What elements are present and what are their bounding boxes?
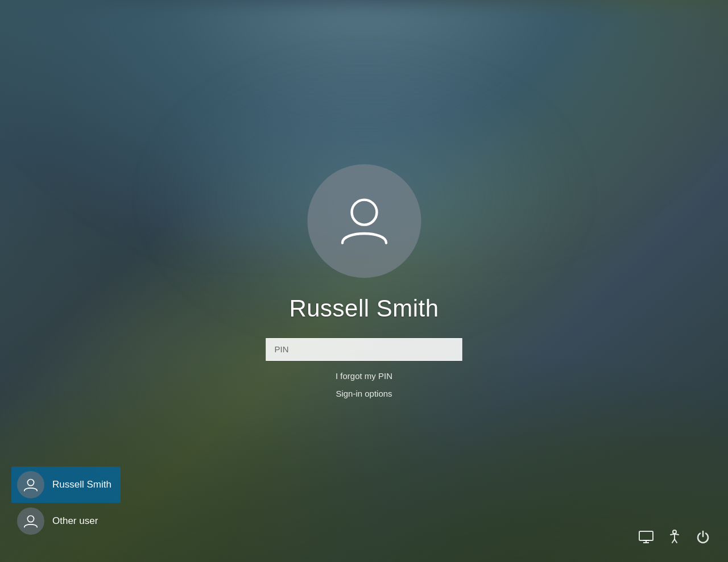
system-icons bbox=[638, 529, 711, 545]
user-list-icon-other bbox=[23, 513, 39, 529]
sign-in-options-link[interactable]: Sign-in options bbox=[336, 389, 392, 398]
user-list-icon-russell bbox=[23, 477, 39, 493]
pin-input-wrapper bbox=[266, 338, 462, 361]
user-avatar-icon bbox=[333, 190, 395, 252]
forgot-pin-link[interactable]: I forgot my PIN bbox=[336, 371, 392, 381]
svg-point-2 bbox=[27, 515, 34, 522]
user-list-name-other: Other user bbox=[52, 515, 98, 527]
user-list-item-russell[interactable]: Russell Smith bbox=[11, 467, 121, 503]
login-panel: Russell Smith I forgot my PIN Sign-in op… bbox=[266, 164, 462, 398]
svg-point-1 bbox=[27, 479, 34, 485]
power-icon[interactable] bbox=[695, 529, 711, 545]
svg-rect-3 bbox=[639, 531, 653, 540]
user-list: Russell Smith Other user bbox=[11, 467, 121, 539]
pin-input[interactable] bbox=[266, 338, 462, 361]
svg-point-0 bbox=[351, 199, 377, 224]
user-list-avatar-other bbox=[17, 507, 44, 535]
main-user-name: Russell Smith bbox=[289, 295, 439, 322]
user-avatar bbox=[307, 164, 421, 278]
user-list-item-other[interactable]: Other user bbox=[11, 503, 121, 539]
user-list-avatar-russell bbox=[17, 471, 44, 498]
accessibility-icon[interactable] bbox=[667, 529, 682, 545]
network-icon[interactable] bbox=[638, 529, 654, 545]
svg-point-7 bbox=[673, 530, 676, 534]
user-list-name-russell: Russell Smith bbox=[52, 479, 111, 490]
